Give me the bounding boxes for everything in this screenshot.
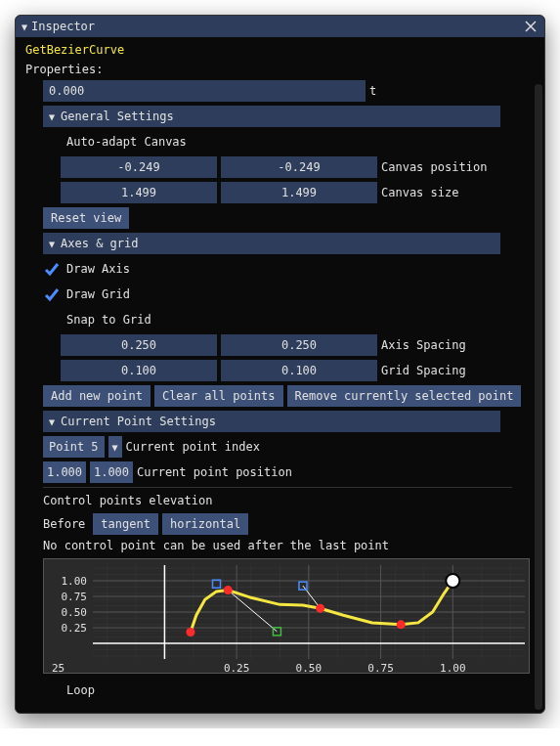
horizontal-button[interactable]: horizontal (162, 513, 248, 535)
point-index-label: Current point index (126, 440, 260, 454)
svg-text:1.00: 1.00 (440, 662, 466, 674)
axis-spacing-label: Axis Spacing (381, 338, 466, 352)
axis-spacing-x-input[interactable]: 0.250 (61, 334, 217, 356)
svg-text:0.25: 0.25 (62, 622, 88, 635)
properties-label: Properties: (25, 63, 535, 76)
chevron-down-icon: ▼ (112, 442, 118, 453)
point-index-value: Point 5 (49, 440, 99, 454)
grid-spacing-label: Grid Spacing (381, 364, 466, 377)
before-label: Before (43, 517, 85, 531)
axes-grid-label: Axes & grid (61, 237, 138, 250)
svg-point-56 (186, 628, 194, 636)
loop-label: Loop (66, 683, 95, 697)
point-pos-x-input[interactable]: 1.000 (43, 461, 86, 483)
inspector-window: ▼ Inspector GetBezierCurve Properties: 0… (15, 15, 545, 714)
svg-text:1.00: 1.00 (62, 575, 88, 588)
svg-text:0.75: 0.75 (62, 591, 88, 603)
general-settings-label: General Settings (61, 110, 174, 123)
reset-view-button[interactable]: Reset view (43, 207, 129, 229)
draw-axis-label: Draw Axis (66, 262, 130, 276)
loop-checkbox[interactable] (43, 681, 61, 699)
canvas-size-y-input[interactable]: 1.499 (221, 182, 377, 203)
canvas-pos-x-input[interactable]: -0.249 (61, 156, 217, 178)
chevron-down-icon: ▼ (49, 111, 55, 122)
scrollbar[interactable] (535, 84, 542, 710)
svg-point-57 (224, 586, 233, 594)
axis-spacing-y-input[interactable]: 0.250 (221, 334, 377, 356)
current-point-label: Current Point Settings (61, 415, 216, 428)
chevron-down-icon: ▼ (49, 239, 55, 249)
grid-spacing-y-input[interactable]: 0.100 (221, 360, 377, 381)
svg-point-59 (397, 620, 406, 629)
t-input[interactable]: 0.000 (43, 80, 366, 102)
snap-grid-checkbox[interactable] (43, 311, 61, 329)
grid-spacing-x-input[interactable]: 0.100 (61, 360, 217, 381)
close-icon[interactable] (523, 19, 538, 34)
after-msg: No control point can be used after the l… (43, 539, 389, 552)
add-point-button[interactable]: Add new point (43, 385, 151, 407)
draw-grid-checkbox[interactable] (43, 285, 61, 303)
svg-point-58 (316, 604, 324, 613)
point-index-dropdown[interactable]: ▼ (108, 436, 122, 458)
divider (43, 487, 512, 488)
general-settings-header[interactable]: ▼ General Settings (43, 106, 500, 127)
node-name: GetBezierCurve (25, 43, 535, 57)
canvas-size-x-input[interactable]: 1.499 (61, 182, 217, 203)
remove-point-button[interactable]: Remove currently selected point (287, 385, 522, 407)
tangent-button[interactable]: tangent (93, 513, 158, 535)
elevation-label: Control points elevation (43, 494, 212, 507)
t-value: 0.000 (49, 84, 84, 98)
collapse-icon[interactable]: ▼ (22, 22, 27, 32)
svg-text:0.50: 0.50 (62, 606, 88, 619)
t-label: t (369, 84, 376, 98)
svg-text:0.50: 0.50 (296, 662, 323, 674)
axes-grid-header[interactable]: ▼ Axes & grid (43, 233, 500, 254)
canvas-pos-y-input[interactable]: -0.249 (221, 156, 377, 178)
current-point-header[interactable]: ▼ Current Point Settings (43, 411, 500, 432)
canvas-size-label: Canvas size (381, 186, 458, 199)
panel-content: GetBezierCurve Properties: 0.000 t ▼ Gen… (16, 37, 544, 713)
chevron-down-icon: ▼ (49, 417, 55, 427)
curve-plot: 0.250.500.751.00250.250.500.751.00 (44, 559, 530, 674)
draw-grid-label: Draw Grid (66, 287, 130, 301)
point-pos-label: Current point position (137, 465, 292, 479)
svg-text:25: 25 (52, 662, 65, 674)
svg-text:0.75: 0.75 (367, 662, 394, 674)
svg-text:0.25: 0.25 (224, 662, 250, 674)
svg-point-60 (446, 574, 459, 588)
point-pos-y-input[interactable]: 1.000 (90, 461, 133, 483)
snap-grid-label: Snap to Grid (66, 313, 151, 327)
canvas-pos-label: Canvas position (381, 160, 487, 174)
window-title: Inspector (31, 20, 95, 33)
titlebar[interactable]: ▼ Inspector (16, 16, 544, 37)
clear-points-button[interactable]: Clear all points (154, 385, 283, 407)
curve-editor[interactable]: 0.250.500.751.00250.250.500.751.00 (43, 558, 530, 674)
draw-axis-checkbox[interactable] (43, 260, 61, 278)
auto-adapt-checkbox[interactable] (43, 133, 61, 151)
auto-adapt-label: Auto-adapt Canvas (66, 135, 187, 149)
point-index-combo[interactable]: Point 5 (43, 436, 105, 458)
